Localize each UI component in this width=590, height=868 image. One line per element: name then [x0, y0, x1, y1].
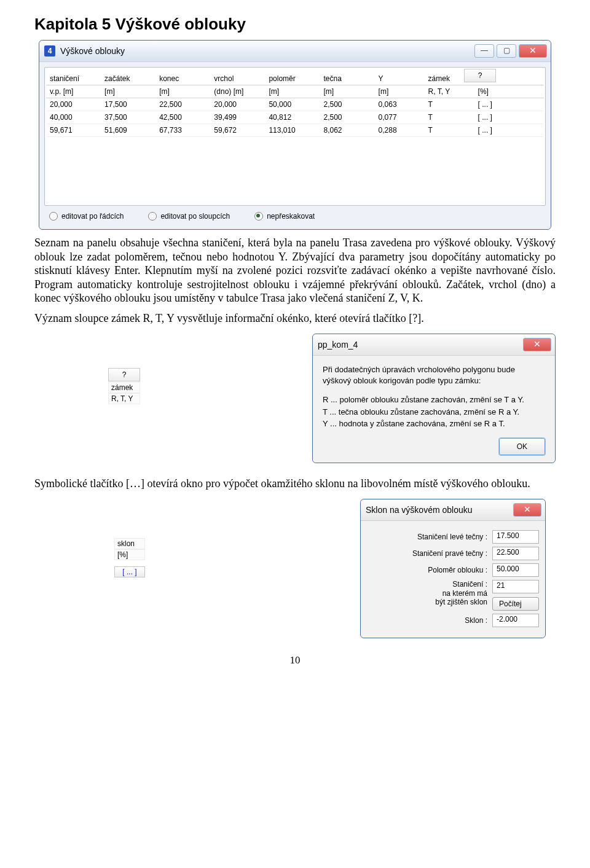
dialog-text: Y ... hodnota y zůstane zachována, změní…: [323, 418, 545, 429]
col-header[interactable]: Y: [375, 69, 425, 85]
window-titlebar[interactable]: 4 Výškové oblouky — ▢ ✕: [39, 41, 551, 62]
chapter-title: Kapitola 5 Výškové oblouky: [34, 15, 556, 34]
radio-noskip[interactable]: nepřeskakovat: [254, 212, 315, 221]
close-button[interactable]: ✕: [519, 44, 547, 58]
snippet-label: [%]: [114, 549, 145, 560]
col-header[interactable]: tečna: [320, 69, 374, 85]
field-label: Staničení levé tečny :: [367, 533, 487, 541]
cell[interactable]: 51,609: [101, 124, 155, 137]
dialog-ppkom4: pp_kom_4 ✕ Při dodatečných úpravách vrch…: [312, 334, 556, 463]
cell[interactable]: 0,288: [375, 124, 425, 137]
cell[interactable]: 113,010: [265, 124, 320, 137]
sklon-header-snippet: sklon [%] [ ... ]: [114, 538, 145, 577]
col-subheader: [m]: [320, 85, 374, 98]
dialog-text: Při dodatečných úpravách vrcholového pol…: [323, 364, 545, 386]
help-button[interactable]: ?: [108, 368, 140, 381]
field-value[interactable]: 17.500: [492, 530, 539, 544]
col-header[interactable]: vrchol: [210, 69, 265, 85]
cell[interactable]: 67,733: [155, 124, 210, 137]
cell[interactable]: 2,500: [320, 111, 374, 124]
col-subheader: [%]: [474, 85, 544, 98]
field-label: Poloměr oblouku :: [367, 566, 487, 574]
dialog-title: Sklon na výškovém oblouku: [366, 505, 473, 515]
cell[interactable]: 50,000: [265, 98, 320, 111]
cell[interactable]: 0,063: [375, 98, 425, 111]
col-header[interactable]: začátek: [101, 69, 155, 85]
radio-edit-cols[interactable]: editovat po sloupcích: [148, 212, 230, 221]
minimize-button[interactable]: —: [474, 44, 494, 58]
ok-button[interactable]: OK: [499, 438, 545, 455]
form-row: Staničení pravé tečny : 22.500: [367, 547, 539, 560]
form-row: Staničení : na kterém má být zjištěn skl…: [367, 580, 539, 611]
radio-icon: [49, 212, 58, 221]
radio-label: nepřeskakovat: [267, 212, 315, 221]
window-vyskove-oblouky: 4 Výškové oblouky — ▢ ✕ ? staničení: [39, 40, 551, 230]
col-subheader: [m]: [265, 85, 320, 98]
cell[interactable]: 0,077: [375, 111, 425, 124]
cell[interactable]: 39,499: [210, 111, 265, 124]
dialog-titlebar[interactable]: Sklon na výškovém oblouku ✕: [361, 499, 545, 521]
col-subheader: [m]: [375, 85, 425, 98]
cell[interactable]: 20,000: [210, 98, 265, 111]
cell[interactable]: 37,500: [101, 111, 155, 124]
cell[interactable]: 8,062: [320, 124, 374, 137]
staniceni-input[interactable]: 21: [492, 580, 539, 593]
edit-mode-radios: editovat po řádcích editovat po sloupcíc…: [44, 206, 546, 224]
col-subheader: R, T, Y: [425, 85, 474, 98]
cell[interactable]: 20,000: [46, 98, 101, 111]
cell[interactable]: 42,500: [155, 111, 210, 124]
paragraph: Význam sloupce zámek R, T, Y vysvětluje …: [34, 311, 556, 326]
cell[interactable]: T: [425, 111, 474, 124]
snippet-label: zámek: [108, 382, 140, 393]
col-header[interactable]: poloměr: [265, 69, 320, 85]
cell[interactable]: 17,500: [101, 98, 155, 111]
table-row: 59,671 51,609 67,733 59,672 113,010 8,06…: [46, 124, 544, 137]
radio-icon: [254, 212, 263, 221]
cell[interactable]: 22,500: [155, 98, 210, 111]
maximize-button[interactable]: ▢: [497, 44, 516, 58]
sklon-cell-button[interactable]: [ ... ]: [474, 124, 544, 137]
help-button[interactable]: ?: [464, 69, 496, 82]
form-row: Poloměr oblouku : 50.000: [367, 563, 539, 577]
cell[interactable]: 2,500: [320, 98, 374, 111]
close-button[interactable]: ✕: [513, 503, 541, 517]
snippet-label: R, T, Y: [108, 393, 140, 404]
sklon-cell-button[interactable]: [ ... ]: [474, 98, 544, 111]
paragraph: Symbolické tlačítko […] otevírá okno pro…: [34, 477, 556, 491]
col-subheader: [m]: [101, 85, 155, 98]
field-value[interactable]: 22.500: [492, 547, 539, 560]
page-number: 10: [34, 654, 556, 667]
col-header[interactable]: konec: [155, 69, 210, 85]
radio-icon: [148, 212, 157, 221]
cell[interactable]: 40,812: [265, 111, 320, 124]
dialog-titlebar[interactable]: pp_kom_4 ✕: [313, 334, 555, 356]
window-title: Výškové oblouky: [60, 46, 125, 56]
field-label: Sklon :: [367, 616, 487, 625]
close-button[interactable]: ✕: [523, 338, 551, 351]
cell[interactable]: 59,672: [210, 124, 265, 137]
cell[interactable]: 59,671: [46, 124, 101, 137]
app-icon: 4: [44, 45, 55, 57]
radio-label: editovat po řádcích: [61, 212, 124, 221]
cell[interactable]: T: [425, 124, 474, 137]
col-header[interactable]: staničení: [46, 69, 101, 85]
sklon-cell-button[interactable]: [ ... ]: [114, 566, 145, 577]
dialog-text: T ... tečna oblouku zůstane zachována, z…: [323, 407, 545, 418]
compute-button[interactable]: Počítej: [492, 597, 539, 611]
sklon-cell-button[interactable]: [ ... ]: [474, 111, 544, 124]
dialog-sklon: Sklon na výškovém oblouku ✕ Staničení le…: [360, 499, 546, 638]
table-row: 40,000 37,500 42,500 39,499 40,812 2,500…: [46, 111, 544, 124]
cell[interactable]: T: [425, 98, 474, 111]
field-label: Staničení : na kterém má být zjištěn skl…: [367, 580, 487, 606]
header-row-2: v.p. [m] [m] [m] (dno) [m] [m] [m] [m] R…: [46, 85, 544, 98]
cell[interactable]: 40,000: [46, 111, 101, 124]
form-row: Sklon : -2.000: [367, 614, 539, 627]
col-subheader: (dno) [m]: [210, 85, 265, 98]
field-value[interactable]: 50.000: [492, 563, 539, 577]
radio-edit-rows[interactable]: editovat po řádcích: [49, 212, 124, 221]
dialog-text: R ... poloměr oblouku zůstane zachován, …: [323, 394, 545, 405]
col-subheader: [m]: [155, 85, 210, 98]
snippet-label: sklon: [114, 538, 145, 549]
table-row: 20,000 17,500 22,500 20,000 50,000 2,500…: [46, 98, 544, 111]
radio-label: editovat po sloupcích: [160, 212, 230, 221]
